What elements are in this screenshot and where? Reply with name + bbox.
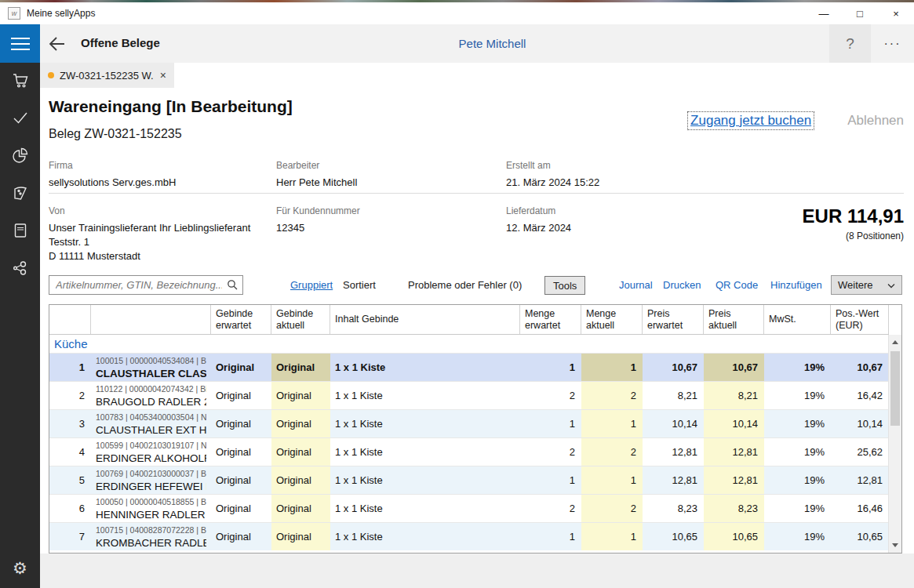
menge-aktuell-cell[interactable]: 1 [581,410,643,437]
menge-aktuell-cell[interactable]: 2 [581,438,643,466]
inhalt-gebinde-cell: 1 x 1 Kiste [330,382,520,409]
chevron-down-icon [887,279,895,291]
user-link[interactable]: Pete Mitchell [71,37,914,50]
gebinde-aktuell-cell[interactable]: Original [271,495,330,522]
settings-button[interactable]: ⚙ [0,555,40,582]
row-number: 5 [49,466,91,494]
field-erstellt-am: Erstellt am 21. März 2024 15:22 [506,160,599,190]
menge-aktuell-cell[interactable]: 2 [581,382,643,409]
help-button[interactable]: ? [829,24,871,63]
hamburger-menu-icon[interactable] [0,24,40,63]
more-dropdown[interactable]: Weitere [831,275,902,295]
gebinde-aktuell-cell[interactable]: Original [271,382,330,409]
gebinde-erwartet-cell: Original [211,410,271,437]
print-link[interactable]: Drucken [663,279,701,291]
table-row[interactable]: 4 100599 | 04002103019107 | Nich... ERDI… [49,437,889,466]
menge-aktuell-cell[interactable]: 1 [581,523,643,550]
tools-button[interactable]: Tools [544,276,585,295]
tab-bar: ZW-0321-152235 W... × [40,63,914,88]
column-header: Gebinde aktuell [271,305,330,334]
menge-erwartet-cell: 1 [520,354,581,381]
pos-wert-cell: 10,14 [831,410,889,437]
reject-button[interactable]: Ablehnen [847,113,904,129]
preis-aktuell-cell[interactable]: 8,21 [704,382,764,409]
problems-toggle[interactable]: Probleme oder Fehler (0) [408,279,522,291]
menge-aktuell-cell[interactable]: 2 [581,495,643,522]
document-tab[interactable]: ZW-0321-152235 W... × [40,63,174,88]
sidebar-item-cart[interactable] [0,63,40,100]
sidebar-item-offers[interactable] [0,176,40,213]
menge-aktuell-cell[interactable]: 1 [581,354,643,381]
article-cell: 100769 | 04002103000037 | Bier... ERDING… [91,466,211,494]
document-title: Wareneingang [In Bearbeitung] [49,97,293,116]
gebinde-aktuell-cell[interactable]: Original [271,523,330,550]
sidebar-item-statistics[interactable] [0,138,40,176]
article-name: HENNINGER RADLER 20X... [96,508,206,522]
preis-aktuell-cell[interactable]: 12,81 [704,438,764,466]
scroll-up-icon[interactable] [889,336,901,349]
menge-erwartet-cell: 2 [520,495,581,522]
preis-aktuell-cell[interactable]: 12,81 [704,466,764,494]
preis-aktuell-cell[interactable]: 10,14 [704,410,764,437]
table-row[interactable]: 7 100715 | 04008287072228 | Bier... KROM… [49,522,889,550]
gebinde-aktuell-cell[interactable]: Original [271,410,330,437]
tab-label: ZW-0321-152235 W... [60,70,154,82]
add-link[interactable]: Hinzufügen [770,279,822,291]
document-actions: Zugang jetzt buchen Ablehnen [687,111,904,130]
vertical-scrollbar[interactable] [888,335,901,553]
column-header: MwSt. [764,305,831,334]
tab-close-icon[interactable]: × [160,69,166,82]
total-amount: EUR 114,91 [803,205,904,227]
table-row[interactable]: 3 100783 | 04053400003504 | Nich... CLAU… [49,409,889,437]
close-button[interactable]: × [878,2,914,24]
gebinde-erwartet-cell: Original [211,495,271,522]
article-code: 100715 | 04008287072228 | Bier... [96,525,206,536]
preis-aktuell-cell[interactable]: 10,67 [704,354,764,381]
article-name: CLAUSTHALER CLASSIC... [96,367,206,381]
row-number: 2 [49,382,91,409]
mwst-cell: 19% [764,410,831,437]
gebinde-aktuell-cell[interactable]: Original [271,466,330,494]
table-row[interactable]: 2 110122 | 00000042074342 | Bier... BRAU… [49,381,889,409]
preis-erwartet-cell: 8,23 [643,495,704,522]
table-row[interactable]: 6 100050 | 00000040518855 | Bier... HENN… [49,494,889,522]
table-header: Gebinde erwartet Gebinde aktuell Inhalt … [49,305,889,335]
qr-code-link[interactable]: QR Code [716,279,758,291]
menge-erwartet-cell: 1 [520,410,581,437]
field-bearbeiter: Bearbeiter Herr Pete Mitchell [276,160,357,190]
sidebar-item-network[interactable] [0,251,40,289]
maximize-button[interactable]: □ [842,2,878,24]
article-code: 100783 | 04053400003504 | Nich... [96,412,206,423]
sidebar-item-tasks[interactable] [0,100,40,138]
preis-aktuell-cell[interactable]: 8,23 [704,495,764,522]
book-receipt-button[interactable]: Zugang jetzt buchen [687,111,814,130]
back-arrow-icon[interactable] [47,34,67,53]
article-name: KROMBACHER RADLER 2... [96,536,206,550]
gebinde-aktuell-cell[interactable]: Original [271,354,330,381]
article-cell: 100015 | 00000040534084 | Bier... CLAUST… [91,354,211,381]
search-icon[interactable] [227,279,238,293]
pos-wert-cell: 10,65 [831,523,889,550]
more-options-button[interactable]: ··· [871,24,914,63]
table-row[interactable]: 5 100769 | 04002103000037 | Bier... ERDI… [49,466,889,494]
sorted-toggle[interactable]: Sortiert [343,279,376,291]
share-icon [11,259,30,281]
sidebar-item-catalog[interactable] [0,213,40,251]
app-window: w Meine sellyApps — □ × Offene Belege Pe… [0,0,914,588]
table-row[interactable]: 1 100015 | 00000040534084 | Bier... CLAU… [49,353,889,381]
app-bar: Offene Belege Pete Mitchell ? ··· [0,24,914,63]
mwst-cell: 19% [764,495,831,522]
preis-erwartet-cell: 10,67 [643,354,704,381]
mwst-cell: 19% [764,382,831,409]
menge-erwartet-cell: 2 [520,438,581,466]
scrollbar-thumb[interactable] [890,351,900,426]
preis-aktuell-cell[interactable]: 10,65 [704,523,764,550]
scroll-down-icon[interactable] [889,539,901,552]
journal-link[interactable]: Journal [619,279,653,291]
gebinde-aktuell-cell[interactable]: Original [271,438,330,466]
grouped-toggle[interactable]: Gruppiert [290,279,333,291]
minimize-button[interactable]: — [806,2,842,24]
field-von: Von Unser Trainingslieferant Ihr Lieblin… [49,205,250,264]
menge-aktuell-cell[interactable]: 1 [581,466,643,494]
search-input[interactable] [49,275,243,295]
